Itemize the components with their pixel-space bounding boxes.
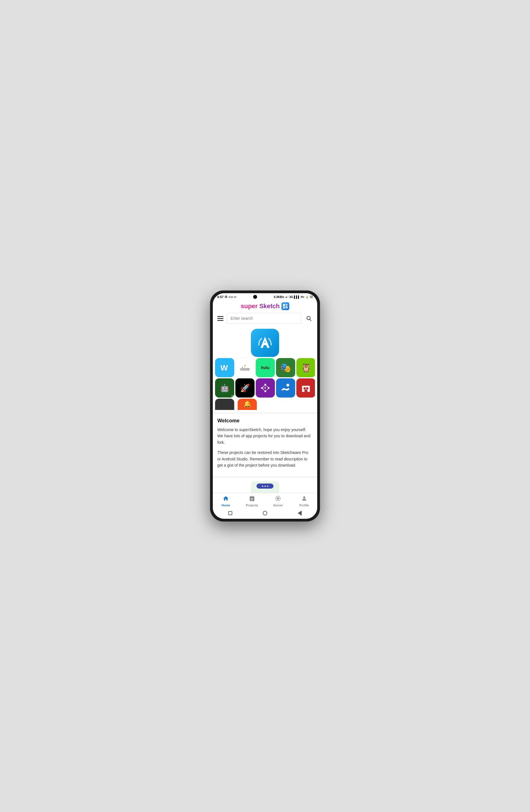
status-right: 0.3KB/s ▲⃠ 3G ▌▌▌ H+ 🔋 72 (274, 295, 313, 299)
status-3g: 3G (289, 295, 293, 299)
nav-label-profile: Profile (299, 504, 309, 507)
app-title: superSketch (241, 302, 289, 310)
nav-label-server: Server (273, 504, 283, 507)
app-logo-badge (281, 302, 289, 310)
search-bar (213, 311, 317, 325)
status-signal: ▲⃠ (285, 295, 289, 298)
svg-point-26 (303, 496, 305, 498)
phone-screen: 6:57 Ⓑ ◁ ▷ ▷ 0.3KB/s ▲⃠ 3G ▌▌▌ H+ 🔋 72 (213, 293, 317, 519)
svg-rect-0 (283, 304, 285, 306)
sys-btn-back[interactable] (297, 510, 303, 516)
preview-card (213, 478, 317, 493)
title-super: super (241, 303, 258, 310)
status-nav-icon: ◁ (228, 295, 230, 298)
svg-line-14 (265, 388, 269, 391)
welcome-section: Welcome Welcome to superSketch, hope you… (213, 414, 317, 476)
nav-label-home: Home (222, 504, 230, 507)
app-icon-3dmedical: 🤖 3D (215, 378, 234, 397)
svg-line-12 (262, 385, 265, 388)
app-icon-room (296, 378, 315, 397)
system-nav (213, 508, 317, 519)
svg-rect-20 (304, 387, 306, 389)
status-bar: 6:57 Ⓑ ◁ ▷ ▷ 0.3KB/s ▲⃠ 3G ▌▌▌ H+ 🔋 72 (213, 293, 317, 300)
svg-rect-22 (305, 390, 307, 392)
app-icon-shine: ◆ shine (235, 358, 254, 377)
status-signal-bars: ▌▌▌ (294, 295, 300, 299)
app-collage: W ◆ shine hulu 🎭 (213, 325, 317, 412)
app-icon-hulu: hulu (256, 358, 275, 377)
search-input[interactable] (227, 313, 302, 324)
app-icon-dark1 (215, 399, 234, 410)
svg-line-15 (262, 388, 265, 391)
device-preview (251, 481, 279, 493)
collage-row-3: 🤖 3D 🚀 (215, 378, 315, 397)
app-icon-facemask: 🎭 (276, 358, 295, 377)
svg-rect-21 (306, 387, 308, 389)
svg-rect-1 (285, 304, 288, 305)
app-icon-swim (276, 378, 295, 397)
nav-label-projects: Projects (246, 504, 258, 507)
hamburger-menu-button[interactable] (216, 315, 225, 322)
app-icon-duolingo: 🦉 (296, 358, 315, 377)
status-camera (253, 295, 257, 299)
nav-item-home[interactable]: Home (217, 495, 234, 507)
appstore-svg (256, 334, 274, 351)
title-sketch: Sketch (259, 303, 280, 310)
welcome-paragraph-2: These projects can be restored into Sket… (217, 449, 313, 468)
status-b-icon: Ⓑ (225, 295, 227, 299)
app-icon-appstore (251, 329, 279, 357)
svg-text:W: W (220, 363, 228, 372)
app-icon-startrek: 🚀 (235, 378, 254, 397)
collage-row-1 (215, 329, 315, 357)
welcome-title: Welcome (217, 418, 313, 424)
svg-rect-3 (283, 307, 285, 308)
svg-point-18 (287, 384, 289, 387)
search-button[interactable] (304, 313, 314, 323)
status-play2-icon: ▷ (235, 295, 237, 298)
server-icon (275, 495, 281, 503)
svg-line-5 (310, 319, 311, 321)
home-icon (223, 495, 229, 503)
app-logo-svg (282, 303, 288, 309)
status-hplus: H+ (301, 295, 305, 299)
bottom-nav: Home Projects Server (213, 493, 317, 508)
svg-rect-2 (285, 306, 288, 308)
status-time: 6:57 (217, 295, 224, 299)
status-play-icon: ▷ (232, 295, 233, 298)
app-header: superSketch (213, 300, 317, 311)
welcome-paragraph-1: Welcome to superSketch, hope you enjoy y… (217, 426, 313, 446)
sys-btn-square[interactable] (227, 510, 233, 516)
collage-row-4: 🔔 (215, 399, 315, 410)
nav-item-profile[interactable]: Profile (296, 495, 313, 507)
device-btn (256, 483, 274, 489)
phone-frame: 6:57 Ⓑ ◁ ▷ ▷ 0.3KB/s ▲⃠ 3G ▌▌▌ H+ 🔋 72 (210, 290, 320, 522)
svg-point-25 (278, 498, 278, 499)
status-network: 0.3KB/s (274, 295, 284, 299)
status-battery-val: 72 (310, 295, 313, 299)
svg-line-13 (265, 385, 269, 388)
nav-item-projects[interactable]: Projects (243, 495, 261, 507)
projects-icon (249, 495, 255, 503)
status-battery-icon: 🔋 (305, 295, 309, 299)
collage-row-2: W ◆ shine hulu 🎭 (215, 358, 315, 377)
app-icon-orange: 🔔 (238, 399, 257, 410)
app-icon-wattpad: W (215, 358, 234, 377)
profile-icon (301, 495, 307, 503)
status-left: 6:57 Ⓑ ◁ ▷ ▷ (217, 295, 237, 299)
sys-btn-home[interactable] (262, 510, 268, 516)
nav-item-server[interactable]: Server (269, 495, 287, 507)
app-icon-graph (256, 378, 275, 397)
content-area: W ◆ shine hulu 🎭 (213, 325, 317, 493)
camera-notch (253, 295, 257, 299)
search-icon (306, 316, 311, 321)
